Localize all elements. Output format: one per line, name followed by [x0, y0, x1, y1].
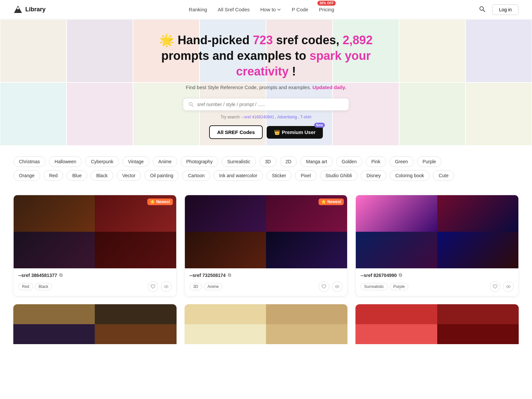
card-4-image-2: [95, 304, 176, 324]
tag-halloween[interactable]: Halloween: [49, 156, 82, 167]
card-5-image-2: [266, 304, 347, 324]
heart-icon: [151, 284, 155, 289]
card-3-tag-purple[interactable]: Purple: [390, 283, 409, 290]
card-5-image-1: [185, 304, 266, 324]
bg-cell: [399, 19, 466, 82]
tags-section: ChristmasHalloweenCyberpunkVintageAnimeP…: [0, 146, 532, 190]
eye-icon: [164, 284, 169, 289]
card-1-actions: Red Black: [18, 281, 172, 292]
tag-ink-and-watercolor[interactable]: Ink and watercolor: [213, 170, 263, 181]
nav-pricing[interactable]: Pricing: [319, 7, 334, 12]
card-6-partial: [355, 304, 519, 344]
tag-pixel[interactable]: Pixel: [295, 170, 316, 181]
hero-content: 🌟 Hand-picked 723 sref codes, 2,892 prom…: [150, 19, 382, 146]
card-4-image-grid: [13, 304, 177, 344]
tag-christmas[interactable]: Christmas: [13, 156, 46, 167]
card-1-copy-icon[interactable]: ⧉: [59, 272, 63, 278]
tag-photography[interactable]: Photography: [181, 156, 218, 167]
card-1-tag-red[interactable]: Red: [18, 283, 33, 290]
search-input[interactable]: [197, 102, 343, 107]
card-1-view-button[interactable]: [161, 281, 172, 292]
tag-coloring-book[interactable]: Coloring book: [390, 170, 430, 181]
login-button[interactable]: Log in: [492, 4, 519, 15]
card-1-image-grid: [14, 195, 176, 268]
card-2-view-button[interactable]: [332, 281, 342, 292]
card-1-tag-black[interactable]: Black: [35, 283, 52, 290]
card-3-icon-buttons: [490, 281, 514, 292]
card-4-image-1: [13, 304, 95, 324]
try-link-sref[interactable]: --sref 4169240941: [241, 115, 274, 119]
card-5-image-3: [185, 324, 266, 344]
tag-surrealistic[interactable]: Surrealistic: [221, 156, 256, 167]
tag-purple[interactable]: Purple: [417, 156, 442, 167]
tag-vintage[interactable]: Vintage: [122, 156, 149, 167]
all-sref-codes-button[interactable]: All SREF Codes: [209, 125, 263, 139]
updated-label: Updated daily.: [313, 84, 346, 90]
premium-label: 👑 Premium User: [274, 129, 316, 135]
card-3-view-button[interactable]: [503, 281, 514, 292]
card-3-copy-icon[interactable]: ⧉: [399, 272, 402, 278]
card-2: ⭐ Newest --sref 732508174 ⧉ 3D Anime: [185, 195, 348, 296]
tag-studio-ghibli[interactable]: Studio Ghibli: [320, 170, 357, 181]
nav-p-code[interactable]: P Code: [292, 7, 308, 12]
tag-anime[interactable]: Anime: [153, 156, 177, 167]
hero-subtitle: Find best Style Reference Code, prompts …: [156, 84, 376, 90]
logo-icon: [13, 5, 23, 14]
card-6-image-grid: [355, 304, 519, 344]
card-2-actions: 3D Anime: [190, 281, 343, 292]
nav-links: Ranking All Sref Codes How to P Code 30%…: [189, 7, 334, 13]
card-3-sref: --sref 826704990 ⧉: [360, 272, 514, 278]
tag-disney[interactable]: Disney: [361, 170, 386, 181]
card-5-image-4: [266, 324, 347, 344]
tag-vector[interactable]: Vector: [117, 170, 141, 181]
bg-cell: [399, 82, 466, 146]
card-1-image-wrap: ⭐ Newest: [14, 195, 176, 268]
card-3-tag-surrealistic[interactable]: Surrealistic: [360, 283, 387, 290]
card-1: ⭐ Newest --sref 3864581377 ⧉ Red Black: [13, 195, 177, 296]
tag-pink[interactable]: Pink: [366, 156, 386, 167]
tag-3d[interactable]: 3D: [259, 156, 277, 167]
tag-green[interactable]: Green: [389, 156, 414, 167]
card-2-tag-3d[interactable]: 3D: [190, 283, 202, 290]
nav-all-sref-codes[interactable]: All Sref Codes: [218, 7, 250, 12]
card-3-image-wrap: [356, 195, 518, 268]
tag-golden[interactable]: Golden: [336, 156, 362, 167]
card-1-like-button[interactable]: [148, 281, 158, 292]
logo[interactable]: Library: [13, 5, 46, 14]
card-5-image-grid: [185, 304, 348, 344]
cards-bottom-row: [13, 304, 519, 344]
try-link-tshirt[interactable]: T-shirt: [300, 115, 311, 119]
tag-sticker[interactable]: Sticker: [266, 170, 292, 181]
tag-blue[interactable]: Blue: [66, 170, 87, 181]
card-2-newest-badge: ⭐ Newest: [319, 199, 344, 205]
card-2-copy-icon[interactable]: ⧉: [228, 272, 231, 278]
tag-cute[interactable]: Cute: [433, 170, 454, 181]
tag-black[interactable]: Black: [90, 170, 113, 181]
try-link-advertising[interactable]: Advertising: [277, 115, 297, 119]
card-1-tags: Red Black: [18, 283, 52, 290]
card-3-like-button[interactable]: [490, 281, 500, 292]
card-2-tag-anime[interactable]: Anime: [204, 283, 222, 290]
premium-user-button[interactable]: 👑 Premium User New: [267, 126, 323, 139]
card-6-image-4: [437, 324, 519, 344]
title-post: prompts and examples to: [161, 49, 310, 63]
tag-oil-painting[interactable]: Oil painting: [144, 170, 179, 181]
card-2-like-button[interactable]: [319, 281, 329, 292]
tag-manga-art[interactable]: Manga art: [300, 156, 332, 167]
tag-orange[interactable]: Orange: [13, 170, 40, 181]
search-button[interactable]: [477, 4, 487, 15]
tags-row-1: ChristmasHalloweenCyberpunkVintageAnimeP…: [13, 156, 519, 167]
tag-cartoon[interactable]: Cartoon: [182, 170, 210, 181]
card-3-actions: Surrealistic Purple: [360, 281, 514, 292]
nav-how-to[interactable]: How to: [260, 7, 281, 12]
card-1-image-1: [14, 195, 95, 232]
tag-red[interactable]: Red: [44, 170, 64, 181]
title-end: !: [292, 65, 296, 78]
card-3-image-grid: [356, 195, 518, 268]
tag-2d[interactable]: 2D: [280, 156, 297, 167]
nav-ranking[interactable]: Ranking: [189, 7, 207, 12]
tag-cyberpunk[interactable]: Cyberpunk: [85, 156, 119, 167]
bg-cell: [66, 19, 133, 82]
card-1-image-4: [95, 232, 176, 268]
card-3-image-2: [437, 195, 518, 232]
